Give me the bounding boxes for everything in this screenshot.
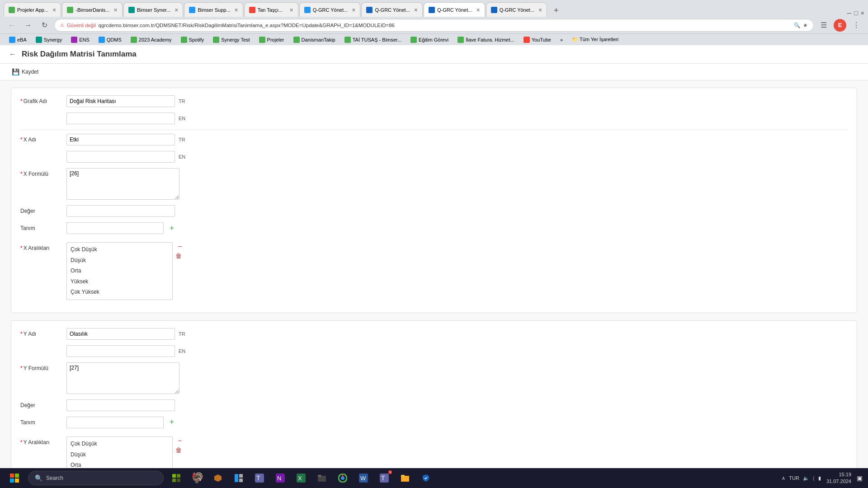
tab-label-danis: -BimserDanis...: [75, 7, 109, 13]
maximize-button[interactable]: □: [854, 9, 858, 17]
tab-qgrc4[interactable]: Q-GRC Yönet... ×: [486, 2, 547, 17]
time-text: 15:19: [826, 471, 851, 478]
tab-bimser-synergy[interactable]: Bimser Syner... ×: [123, 2, 184, 17]
tab-qgrc2[interactable]: Q-GRC Yönet... ×: [361, 2, 423, 17]
bookmark-spotify[interactable]: Spotify: [177, 36, 208, 44]
y-adi-en-input[interactable]: [66, 345, 175, 357]
tab-qgrc1[interactable]: Q-GRC Yönet... ×: [299, 2, 361, 17]
tab-close-projeler[interactable]: ×: [52, 6, 56, 14]
x-aralik-delete-icon[interactable]: 🗑: [175, 252, 184, 259]
y-aralik-remove-button[interactable]: −: [175, 436, 184, 446]
tab-projeler[interactable]: Projeler App... ×: [4, 2, 61, 17]
save-button[interactable]: 💾 Kaydet: [7, 66, 43, 77]
tab-close-qgrc2[interactable]: ×: [414, 6, 418, 14]
bookmark-youtube[interactable]: YouTube: [520, 36, 555, 44]
taskbar-teams2-icon[interactable]: T !: [376, 470, 392, 486]
bookmark-more[interactable]: »: [557, 36, 566, 43]
deger-y-input[interactable]: [66, 399, 175, 411]
tab-close-tan[interactable]: ×: [290, 6, 293, 14]
bookmark-ilave[interactable]: İlave Fatura. Hizmet...: [454, 36, 518, 44]
taskbar-onenote-icon[interactable]: N: [272, 470, 288, 486]
more-options-button[interactable]: ⋮: [850, 19, 863, 32]
chevron-up-icon[interactable]: ∧: [782, 475, 785, 481]
browser-chrome: Projeler App... × -BimserDanis... × Bims…: [0, 0, 868, 45]
tanim-y-label: Tanım: [20, 417, 61, 426]
taskbar-chrome-icon[interactable]: [335, 470, 351, 486]
bookmark-projeler[interactable]: Projeler: [255, 36, 288, 44]
taskbar-excel-icon[interactable]: X: [293, 470, 309, 486]
tanim-x-input-row: +: [66, 222, 176, 234]
profile-button[interactable]: E: [834, 19, 846, 32]
tanim-y-input[interactable]: [66, 417, 164, 428]
back-button[interactable]: ←: [7, 49, 18, 60]
bookmark-egitim[interactable]: Eğitim Görevi: [407, 36, 452, 44]
x-aralik-remove-button[interactable]: −: [175, 242, 184, 251]
taskbar-security-icon[interactable]: [418, 470, 434, 486]
tab-close-qgrc4[interactable]: ×: [538, 6, 542, 14]
y-aralik-delete-icon[interactable]: 🗑: [175, 446, 184, 454]
y-adi-tr-input[interactable]: [66, 328, 175, 340]
bookmark-label-egitim: Eğitim Görevi: [419, 37, 448, 42]
url-bar[interactable]: ⚠ Güvenli değil qgrcdemo.bimser.com.tr/Q…: [54, 19, 814, 32]
reload-button[interactable]: ↻: [38, 19, 51, 32]
y-formulu-label: Y Formülü: [20, 362, 61, 371]
tab-close-supp[interactable]: ×: [235, 6, 238, 14]
network-icon[interactable]: 〈: [813, 475, 815, 481]
tab-close-synergy[interactable]: ×: [175, 6, 178, 14]
taskbar-app2-icon[interactable]: [210, 470, 226, 486]
notification-center-icon[interactable]: ▣: [857, 474, 863, 482]
speaker-icon[interactable]: 🔈: [803, 475, 809, 481]
taskbar-search-bar[interactable]: 🔍 Search: [28, 471, 164, 485]
search-icon[interactable]: 🔍: [794, 22, 800, 28]
tanim-y-add-button[interactable]: +: [167, 418, 176, 427]
bookmark-eba[interactable]: eBA: [5, 36, 30, 44]
deger-x-input[interactable]: [66, 205, 175, 217]
taskbar-app3-icon[interactable]: [231, 470, 247, 486]
bookmark-star-icon[interactable]: ★: [803, 22, 808, 28]
taskbar-explorer-icon[interactable]: [314, 470, 330, 486]
address-bar: ← → ↻ ⚠ Güvenli değil qgrcdemo.bimser.co…: [0, 17, 868, 33]
tanim-x-add-button[interactable]: +: [167, 224, 176, 233]
x-adi-tr-input[interactable]: [66, 134, 175, 145]
taskbar-files-icon[interactable]: [397, 470, 413, 486]
time-display[interactable]: 15:19 31.07.2024: [826, 471, 851, 485]
bookmark-qdms[interactable]: QDMS: [95, 36, 125, 44]
tanim-x-input[interactable]: [66, 222, 164, 234]
forward-nav-button[interactable]: →: [22, 19, 34, 32]
tab-bimser-supp[interactable]: Bimser Supp... ×: [184, 2, 243, 17]
bookmark-all-places[interactable]: 📁 Tüm Yer İşaretleri: [568, 36, 622, 43]
tab-bimser-danis[interactable]: -BimserDanis... ×: [62, 2, 122, 17]
y-formulu-input[interactable]: [27]: [66, 362, 179, 394]
close-button[interactable]: ×: [861, 9, 864, 17]
bookmark-synergy-test[interactable]: Synergy Test: [209, 36, 253, 44]
y-adi-en-label: EN: [179, 348, 185, 354]
tab-close-qgrc1[interactable]: ×: [352, 6, 355, 14]
taskbar-teams-icon[interactable]: T: [251, 470, 268, 486]
minimize-button[interactable]: ─: [847, 9, 851, 17]
bookmark-tai[interactable]: TAİ TUSAŞ - Bimser...: [341, 36, 405, 44]
svg-rect-1: [15, 474, 19, 478]
start-button[interactable]: [5, 469, 24, 487]
tab-close-qgrc3[interactable]: ×: [476, 6, 480, 14]
extensions-button[interactable]: ☰: [817, 19, 830, 32]
tab-close-danis[interactable]: ×: [113, 6, 117, 14]
bookmark-2023academy[interactable]: 2023 Academy: [127, 36, 175, 44]
svg-rect-9: [235, 474, 238, 482]
taskbar-icon-widgets[interactable]: [168, 470, 184, 486]
x-formulu-input[interactable]: [26]: [66, 168, 179, 200]
tab-tan[interactable]: Tan Taşçı... ×: [244, 2, 298, 17]
bookmark-danisman[interactable]: DanismanTakip: [290, 36, 339, 44]
bookmark-synergy[interactable]: Synergy: [32, 36, 66, 44]
taskbar-word-icon[interactable]: W: [355, 470, 372, 486]
grafik-adi-en-input[interactable]: [66, 113, 175, 124]
battery-icon[interactable]: ▮: [818, 475, 821, 481]
tab-qgrc3-active[interactable]: Q-GRC Yönet... ×: [424, 2, 485, 17]
bookmark-ens[interactable]: ENS: [67, 36, 93, 44]
back-nav-button[interactable]: ←: [5, 19, 18, 32]
x-adi-en-input[interactable]: [66, 151, 175, 163]
grafik-adi-tr-input[interactable]: [66, 95, 175, 107]
tanim-y-input-row: +: [66, 417, 176, 428]
taskbar-turkey-icon[interactable]: 🦃: [189, 470, 205, 486]
new-tab-button[interactable]: +: [550, 4, 562, 17]
x-adi-row: X Adı TR: [20, 134, 848, 145]
